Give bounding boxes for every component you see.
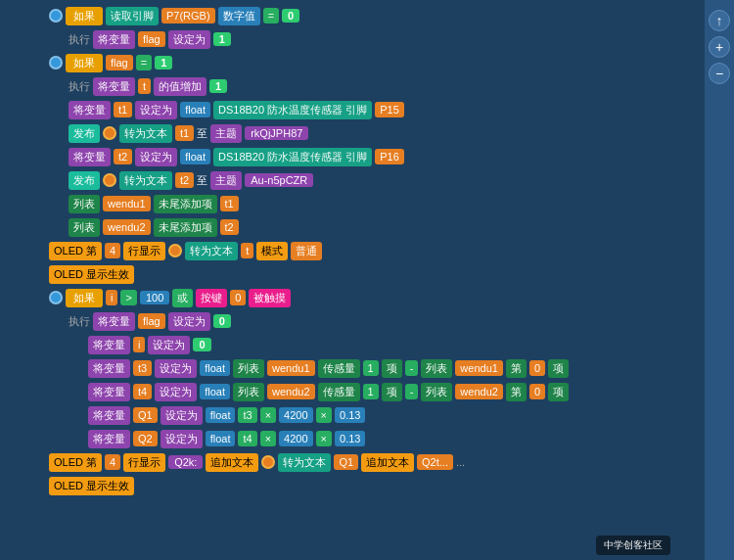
set-var-5[interactable]: 将变量: [69, 101, 111, 119]
publish-8[interactable]: 发布: [69, 171, 100, 190]
mode-val-11[interactable]: 普通: [291, 242, 322, 260]
var-t4-17[interactable]: t4: [133, 384, 152, 399]
more-20[interactable]: Q2t...: [417, 454, 453, 470]
var-i-15[interactable]: i: [133, 337, 145, 352]
type-17[interactable]: float: [200, 384, 230, 399]
t4-19[interactable]: t4: [238, 431, 256, 446]
topic-name-6[interactable]: rkQjJPH87: [245, 126, 308, 140]
convert-8[interactable]: 转为文本: [119, 171, 172, 190]
list-name2-16[interactable]: wendu1: [455, 360, 503, 376]
val2-19[interactable]: 0.13: [335, 431, 365, 446]
add-text2-20[interactable]: 追加文本: [361, 453, 414, 472]
set-var-16[interactable]: 将变量: [88, 359, 130, 378]
var-t2-8[interactable]: t2: [175, 172, 194, 188]
list-9[interactable]: 列表: [69, 195, 100, 213]
q2k-20[interactable]: Q2k:: [168, 455, 203, 469]
item2-16[interactable]: 项: [548, 359, 569, 378]
item2-17[interactable]: 项: [548, 383, 569, 401]
topic-8[interactable]: 主题: [210, 171, 242, 190]
t3-18[interactable]: t3: [238, 407, 256, 423]
pin-7[interactable]: P16: [375, 149, 404, 164]
list-16[interactable]: 列表: [233, 359, 264, 378]
var-t1-9[interactable]: t1: [220, 196, 239, 211]
btn-id-13[interactable]: 0: [230, 290, 246, 305]
var-q1-18[interactable]: Q1: [133, 407, 158, 423]
topic-6[interactable]: 主题: [210, 124, 242, 143]
var-q2-19[interactable]: Q2: [133, 431, 158, 446]
list-name-9[interactable]: wendu1: [103, 196, 151, 211]
append-9[interactable]: 未尾添加项: [154, 195, 217, 213]
row-num-11[interactable]: 4: [105, 243, 120, 258]
var-t1-6[interactable]: t1: [175, 125, 194, 141]
type-float-5[interactable]: float: [180, 102, 210, 117]
type-18[interactable]: float: [206, 407, 236, 423]
sensor-7[interactable]: DS18B20 防水温度传感器 引脚: [213, 148, 372, 166]
var-t-4[interactable]: t: [138, 78, 151, 94]
nth-16[interactable]: 第: [506, 359, 527, 378]
length-op-16[interactable]: 传感量: [318, 359, 360, 378]
set-var-4[interactable]: 将变量: [93, 77, 135, 96]
length-op-17[interactable]: 传感量: [318, 383, 360, 401]
var-t-11[interactable]: t: [241, 243, 253, 258]
sensor-5[interactable]: DS18B20 防水温度传感器 引脚: [213, 101, 372, 119]
var-t1-5[interactable]: t1: [114, 102, 132, 117]
list-10[interactable]: 列表: [69, 218, 100, 237]
oled-show-21[interactable]: OLED 显示生效: [49, 477, 134, 495]
type-19[interactable]: float: [206, 431, 236, 446]
var-t2-7[interactable]: t2: [114, 149, 132, 164]
var-t2-10[interactable]: t2: [220, 219, 239, 235]
set-var-2[interactable]: 将变量: [93, 30, 135, 49]
pin-name-block[interactable]: P7(RGB): [161, 8, 215, 23]
list-name-16[interactable]: wendu1: [267, 360, 315, 376]
var-t3-16[interactable]: t3: [133, 360, 152, 376]
set-var-17[interactable]: 将变量: [88, 383, 130, 401]
val1-18[interactable]: 4200: [279, 407, 312, 423]
list-name-10[interactable]: wendu2: [103, 219, 151, 235]
set-var-15[interactable]: 将变量: [88, 336, 130, 354]
nth-val-17[interactable]: 0: [529, 384, 545, 399]
val1-19[interactable]: 4200: [279, 431, 312, 446]
display-11[interactable]: 行显示: [123, 242, 165, 260]
set-var-14[interactable]: 将变量: [93, 312, 135, 331]
oled-20[interactable]: OLED 第: [49, 453, 102, 472]
row-num-20[interactable]: 4: [105, 454, 120, 470]
type-16[interactable]: float: [200, 360, 230, 376]
type-float-7[interactable]: float: [180, 149, 210, 164]
value-type-block[interactable]: 数字值: [218, 7, 260, 25]
set-var-18[interactable]: 将变量: [88, 406, 130, 425]
var-q1-20[interactable]: Q1: [334, 454, 358, 470]
var-flag-14[interactable]: flag: [138, 313, 165, 329]
append-10[interactable]: 未尾添加项: [154, 218, 217, 237]
topic-name-8[interactable]: Au-n5pCZR: [245, 173, 313, 187]
convert-6[interactable]: 转为文本: [119, 124, 172, 143]
oled-11[interactable]: OLED 第: [49, 242, 102, 260]
item-16[interactable]: 项: [382, 359, 402, 378]
list-name2-17[interactable]: wendu2: [455, 384, 503, 399]
publish-6[interactable]: 发布: [69, 124, 100, 143]
convert-20[interactable]: 转为文本: [278, 453, 331, 472]
scroll-up-btn[interactable]: ↑: [709, 10, 730, 31]
list-name-17[interactable]: wendu2: [267, 384, 315, 399]
add-text1-20[interactable]: 追加文本: [206, 453, 258, 472]
display-20[interactable]: 行显示: [123, 453, 165, 472]
zoom-out-btn[interactable]: −: [709, 63, 730, 84]
list2-16[interactable]: 列表: [421, 359, 452, 378]
read-pin-block[interactable]: 读取引脚: [106, 7, 159, 25]
val2-18[interactable]: 0.13: [335, 407, 365, 423]
set-var-19[interactable]: 将变量: [88, 430, 130, 448]
oled-show-12[interactable]: OLED 显示生效: [49, 265, 134, 284]
pin-5[interactable]: P15: [375, 102, 404, 117]
var-flag-2[interactable]: flag: [138, 31, 165, 47]
nth-17[interactable]: 第: [506, 383, 527, 401]
convert-11[interactable]: 转为文本: [185, 242, 238, 260]
list2-17[interactable]: 列表: [421, 383, 452, 401]
mode-11[interactable]: 模式: [256, 242, 288, 260]
item-17[interactable]: 项: [382, 383, 402, 401]
touched-13[interactable]: 被触摸: [249, 289, 291, 307]
btn-13[interactable]: 按键: [196, 289, 227, 307]
nth-val-16[interactable]: 0: [529, 360, 545, 376]
set-var-7[interactable]: 将变量: [69, 148, 111, 166]
var-i-13[interactable]: i: [106, 290, 117, 305]
list-17[interactable]: 列表: [233, 383, 264, 401]
var-flag-3[interactable]: flag: [106, 55, 133, 70]
